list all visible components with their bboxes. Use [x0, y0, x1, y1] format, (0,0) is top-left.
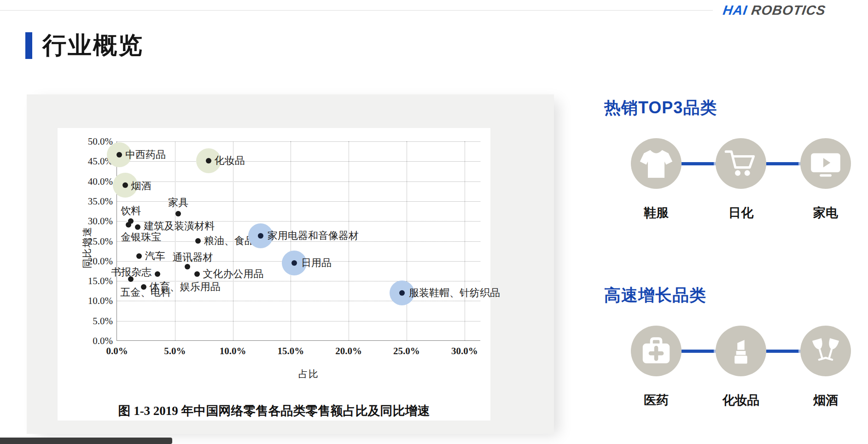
data-point-label: 金银珠宝 [121, 231, 161, 243]
data-point-label: 日用品 [301, 257, 332, 269]
x-tick-label: 25.0% [393, 345, 420, 357]
data-point [399, 290, 405, 296]
data-point-label: 体育、娱乐用品 [150, 281, 221, 293]
y-tick-label: 20.0% [71, 256, 113, 267]
y-tick-label: 15.0% [71, 275, 113, 287]
data-point [195, 238, 201, 244]
x-tick-label: 5.0% [164, 345, 186, 357]
data-point-label: 文化办公用品 [203, 268, 264, 280]
x-tick-label: 30.0% [451, 345, 478, 357]
section-heading: 高速增长品类 [604, 286, 862, 305]
data-point [206, 158, 211, 164]
right-panel-section: 高速增长品类医药化妆品烟酒 [604, 286, 862, 409]
category-label: 烟酒 [813, 392, 838, 409]
category-item: 烟酒 [800, 326, 851, 409]
y-tick-label: 25.0% [71, 236, 113, 247]
category-label: 鞋服 [644, 204, 669, 221]
data-point [291, 260, 297, 266]
category-label: 日化 [728, 204, 753, 221]
category-item: 日化 [716, 138, 766, 221]
data-point [128, 276, 134, 282]
data-point-label: 家用电器和音像器材 [268, 230, 359, 242]
category-label: 医药 [644, 392, 669, 409]
data-point [141, 284, 146, 290]
slide: HAIROBOTICS 行业概览 同比增速 0.0%5.0%10.0%15.0%… [0, 0, 868, 444]
category-icon-row: 医药化妆品烟酒 [631, 326, 862, 409]
tv-icon [800, 138, 851, 189]
gridline-h [117, 321, 480, 321]
wine-glasses-icon [800, 326, 851, 376]
data-point [194, 271, 200, 277]
data-point-label: 家具 [168, 197, 188, 209]
x-tick-label: 10.0% [220, 345, 246, 357]
gridline-h [117, 181, 480, 182]
category-item: 化妆品 [716, 326, 766, 409]
section-heading: 热销TOP3品类 [604, 98, 862, 117]
data-point [126, 222, 131, 228]
gridline-v [407, 141, 407, 340]
category-label: 家电 [813, 204, 838, 221]
category-item: 家电 [800, 138, 851, 221]
data-point [136, 253, 142, 259]
gridline-h [117, 141, 480, 142]
title-accent-bar [25, 32, 32, 59]
y-tick-label: 50.0% [71, 136, 113, 147]
gridline-v [465, 141, 465, 340]
connector-line [682, 162, 716, 165]
data-point-label: 饮料 [121, 205, 141, 217]
chart-card: 同比增速 0.0%5.0%10.0%15.0%20.0%25.0%30.0%35… [58, 128, 490, 421]
data-point-label: 汽车 [145, 250, 165, 262]
category-label: 化妆品 [722, 392, 760, 409]
page-title-row: 行业概览 [25, 29, 144, 62]
right-panel-section: 热销TOP3品类鞋服日化家电 [604, 98, 862, 221]
data-point-label: 通讯器材 [172, 251, 213, 263]
lipstick-icon [716, 326, 766, 376]
y-tick-label: 35.0% [71, 196, 113, 207]
cart-icon [716, 138, 766, 189]
data-point-label: 粮油、食品 [204, 235, 255, 247]
data-point [258, 233, 263, 239]
tshirt-icon [631, 138, 682, 189]
connector-line [682, 350, 716, 353]
connector-line [766, 162, 800, 165]
data-point-label: 服装鞋帽、针纺织品 [409, 287, 500, 299]
x-tick-label: 15.0% [278, 345, 304, 357]
y-tick-label: 40.0% [71, 176, 113, 187]
data-point [122, 182, 128, 188]
medical-bag-icon [631, 326, 682, 376]
top-divider [0, 10, 713, 11]
connector-line [766, 350, 800, 353]
category-item: 医药 [631, 326, 682, 409]
data-point [117, 152, 122, 158]
category-icon-row: 鞋服日化家电 [631, 138, 862, 221]
data-point-label: 建筑及装潢材料 [144, 220, 215, 232]
y-tick-label: 30.0% [71, 216, 113, 227]
data-point [135, 224, 140, 230]
x-axis-title: 占比 [298, 368, 319, 380]
data-point-label: 化妆品 [215, 155, 245, 167]
x-tick-label: 0.0% [106, 345, 128, 357]
data-point-label: 烟酒 [131, 180, 151, 192]
brand-logo: HAIROBOTICS [722, 3, 827, 18]
category-item: 鞋服 [631, 138, 682, 221]
figure-caption: 图 1-3 2019 年中国网络零售各品类零售额占比及同比增速 [58, 403, 490, 419]
y-tick-label: 10.0% [71, 295, 113, 307]
bottom-dark-bar [0, 438, 172, 444]
gridline-v [175, 141, 175, 340]
data-point [175, 211, 181, 216]
logo-hai-text: HAI [722, 3, 748, 18]
logo-robotics-text: ROBOTICS [751, 3, 827, 18]
data-point [185, 264, 190, 269]
x-tick-label: 20.0% [335, 345, 362, 357]
y-tick-label: 45.0% [71, 156, 113, 167]
page-title: 行业概览 [42, 29, 144, 62]
data-point-label: 中西药品 [125, 149, 166, 161]
scatter-plot: 0.0%5.0%10.0%15.0%20.0%25.0%30.0%35.0%40… [117, 141, 480, 341]
data-point [155, 271, 160, 277]
gridline-h [117, 301, 480, 301]
y-tick-label: 5.0% [71, 315, 113, 327]
gridline-h [117, 161, 480, 162]
